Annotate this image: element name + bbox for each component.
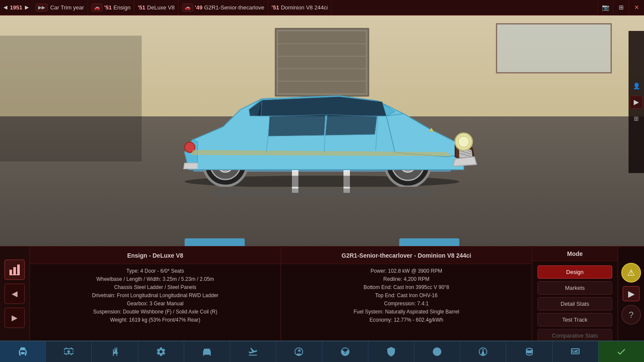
year-nav-section: ◀ 1951 ▶ ▶▶ Car Trim year (0, 0, 88, 15)
mode-header: Mode (532, 247, 617, 261)
top-bar-actions: 📷 ⊞ ✕ (598, 0, 644, 15)
svg-rect-20 (9, 270, 12, 275)
toolbar-racing-btn[interactable] (553, 341, 598, 362)
stat-fuel: Fuel System: Naturally Aspirated Single … (286, 307, 526, 316)
test-track-btn[interactable]: Test Track (538, 313, 612, 326)
tab4-year: '51 (272, 4, 279, 11)
toolbar-racing-icon (570, 347, 580, 357)
settings-btn[interactable]: ⊞ (613, 0, 629, 15)
door-panel-2 (278, 44, 366, 56)
toolbar-steering-btn[interactable] (460, 341, 506, 362)
car-svg (155, 67, 489, 187)
forward-nav-btn[interactable]: ▶ (4, 307, 25, 328)
tab3-name: G2R1-Senior-thecarlove (204, 4, 264, 11)
toolbar-wheels-btn[interactable] (322, 341, 368, 362)
current-year: 1951 (10, 4, 22, 11)
tab-dominion[interactable]: '51 Dominion V8 244ci (268, 0, 332, 15)
car-icon-1: 🚗 (91, 3, 103, 12)
left-stats-body: Type: 4 Door - 6/0* Seats Wheelbase / Le… (30, 264, 280, 341)
toolbar-gearbox-btn[interactable] (138, 341, 184, 362)
stat-weight: Weight: 1619 kg (53% Front/47% Rear) (35, 316, 275, 324)
detail-stats-btn[interactable]: Detail Stats (538, 297, 612, 310)
svg-point-14 (458, 136, 469, 147)
tab1-year: '51 (104, 4, 112, 11)
tab3-year: '49 (195, 4, 203, 11)
toolbar-safety-icon (386, 347, 396, 357)
stat-economy: Economy: 12.77% - 602.4g/kWh (286, 316, 526, 324)
tab1-name: Ensign (113, 4, 131, 11)
toolbar-interior-btn[interactable] (506, 341, 552, 362)
toolbar-interior-icon (524, 347, 535, 357)
mode-column: Mode Design Markets Detail Stats Test Tr… (532, 247, 618, 341)
toolbar-check-icon (616, 347, 626, 357)
toolbar-accept-btn[interactable] (598, 341, 644, 362)
toolbar-gearbox-icon (156, 347, 166, 357)
toolbar-aero-icon (248, 347, 258, 357)
stat-type: Type: 4 Door - 6/0* Seats (35, 267, 275, 275)
stat-suspension: Suspension: Double Wishbone (F) / Solid … (35, 307, 275, 316)
toolbar-aero-btn[interactable] (230, 341, 276, 362)
tab-g2r1[interactable]: 🚗 '49 G2R1-Senior-thecarlove (179, 0, 268, 15)
back-btn[interactable]: ◀ (4, 283, 25, 304)
expand-right-btn[interactable]: ▶ (630, 96, 643, 109)
stat-drivetrain: Drivetrain: Front Longitudinal Longitudi… (35, 291, 275, 299)
left-icon-column: ◀ ▶ (0, 247, 30, 341)
stat-redline: Redline: 4,200 RPM (286, 275, 526, 283)
right-stats-body: Power: 102.8 kW @ 3900 RPM Redline: 4,20… (281, 264, 532, 341)
stat-power: Power: 102.8 kW @ 3900 RPM (286, 267, 526, 275)
nav-right-btn[interactable]: ▶ (623, 286, 640, 301)
toolbar-instruments-btn[interactable] (276, 341, 322, 362)
stats-icon-btn[interactable] (4, 259, 25, 280)
stat-dimensions: Wheelbase / Length / Width: 3.25m / 5.23… (35, 275, 275, 283)
window-right (496, 23, 612, 73)
right-stats-header: G2R1-Senior-thecarlover - Dominion V8 24… (281, 247, 532, 264)
left-wall-art (0, 36, 142, 162)
user-icon[interactable]: 👤 (630, 79, 643, 92)
design-btn[interactable]: Design (538, 265, 612, 279)
grid-icon[interactable]: ⊞ (630, 112, 643, 125)
garage-viewport: 👤 ▶ ⊞ (0, 15, 644, 268)
next-year-btn[interactable]: ▶ (25, 4, 29, 10)
bottom-info-panel: ◀ ▶ Ensign - DeLuxe V8 Type: 4 Door - 6/… (0, 246, 644, 341)
svg-rect-22 (17, 265, 20, 275)
tab2-year: '51 (138, 4, 146, 11)
toolbar-engine-icon (64, 347, 74, 357)
left-stats-header: Ensign - DeLuxe V8 (30, 247, 280, 264)
toolbar-body-btn[interactable] (184, 341, 230, 362)
prev-year-btn[interactable]: ◀ (3, 4, 7, 10)
right-stats-column: G2R1-Senior-thecarlover - Dominion V8 24… (281, 247, 532, 341)
help-btn[interactable]: ? (621, 305, 641, 325)
tab-deluxe[interactable]: '51 DeLuxe V8 (134, 0, 179, 15)
bottom-toolbar (0, 341, 644, 362)
stat-top-end: Top End: Cast Iron OHV-16 (286, 291, 526, 299)
toolbar-body-icon (202, 347, 212, 357)
toolbar-car-btn[interactable] (0, 341, 46, 362)
camera-btn[interactable]: 📷 (598, 0, 613, 15)
forward-btn[interactable]: ▶▶ (36, 3, 48, 12)
toolbar-car-icon (18, 347, 28, 357)
mode-body: Design Markets Detail Stats Test Track C… (532, 261, 617, 347)
tab-ensign[interactable]: 🚗 '51 Ensign (88, 0, 134, 15)
close-btn[interactable]: ✕ (629, 0, 644, 15)
svg-rect-2 (215, 189, 429, 197)
viewport-right-panel: 👤 ▶ ⊞ (629, 31, 644, 173)
top-bar: ◀ 1951 ▶ ▶▶ Car Trim year 🚗 '51 Ensign '… (0, 0, 644, 15)
stat-gearbox: Gearbox: 3 Gear Manual (35, 299, 275, 307)
toolbar-steering-icon (478, 347, 488, 357)
stat-chassis: Chassis Steel Ladder / Steel Panels (35, 283, 275, 291)
garage-background (0, 15, 644, 268)
left-stats-column: Ensign - DeLuxe V8 Type: 4 Door - 6/0* S… (30, 247, 281, 341)
alert-btn[interactable]: ⚠ (621, 263, 641, 283)
toolbar-tech-btn[interactable] (414, 341, 460, 362)
markets-btn[interactable]: Markets (538, 281, 612, 295)
stat-bottom-end: Bottom End: Cast Iron 3995cc V 90°8 (286, 283, 526, 291)
toolbar-engine-btn[interactable] (46, 341, 92, 362)
toolbar-tech-icon (432, 347, 442, 357)
car-icon-2: 🚗 (182, 3, 193, 12)
tab2-name: DeLuxe V8 (147, 4, 175, 11)
trim-year-label: Car Trim year (50, 4, 84, 11)
toolbar-suspension-btn[interactable] (92, 341, 138, 362)
toolbar-suspension-icon (110, 347, 120, 357)
door-panel-1 (278, 31, 366, 43)
toolbar-safety-btn[interactable] (368, 341, 414, 362)
